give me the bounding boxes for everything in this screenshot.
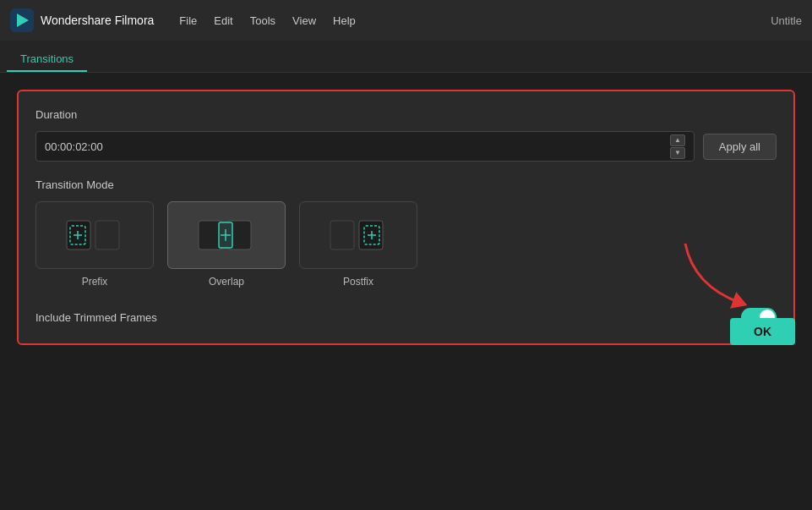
- include-trimmed-label: Include Trimmed Frames: [35, 311, 157, 324]
- mode-prefix[interactable]: Prefix: [35, 201, 154, 288]
- apply-all-button[interactable]: Apply all: [703, 134, 777, 160]
- overlap-icon-box[interactable]: [167, 201, 286, 269]
- app-name: Wondershare Filmora: [41, 14, 154, 27]
- svg-rect-3: [95, 221, 119, 250]
- logo-area: Wondershare Filmora: [10, 8, 154, 32]
- spin-buttons: ▲ ▼: [670, 134, 685, 159]
- menu-file[interactable]: File: [179, 14, 197, 27]
- menu-items: File Edit Tools View Help: [179, 14, 355, 27]
- postfix-icon-box[interactable]: [299, 201, 417, 269]
- main-content: Duration 00:00:02:00 ▲ ▼ Apply all Trans…: [0, 73, 812, 362]
- ok-button[interactable]: OK: [730, 318, 795, 345]
- bottom-area: OK: [730, 318, 795, 345]
- arrow-indicator: [668, 235, 770, 320]
- tab-transitions[interactable]: Transitions: [7, 47, 87, 72]
- duration-input-wrap[interactable]: 00:00:02:00 ▲ ▼: [35, 131, 695, 162]
- mode-postfix[interactable]: Postfix: [299, 201, 417, 288]
- svg-rect-12: [330, 221, 354, 250]
- spin-down-button[interactable]: ▼: [670, 147, 685, 159]
- app-logo-icon: [10, 8, 34, 32]
- include-frames-row: Include Trimmed Frames: [35, 308, 777, 326]
- prefix-icon-box[interactable]: [35, 201, 154, 269]
- postfix-label: Postfix: [343, 276, 373, 288]
- transition-mode-label: Transition Mode: [35, 178, 777, 191]
- menu-edit[interactable]: Edit: [214, 14, 232, 27]
- overlap-label: Overlap: [209, 276, 244, 288]
- duration-row: 00:00:02:00 ▲ ▼ Apply all: [35, 131, 777, 162]
- prefix-icon: [65, 214, 124, 256]
- menu-bar: Wondershare Filmora File Edit Tools View…: [0, 0, 812, 41]
- duration-value: 00:00:02:00: [45, 140, 670, 153]
- overlap-icon: [197, 214, 256, 256]
- menu-help[interactable]: Help: [333, 14, 356, 27]
- duration-label: Duration: [35, 108, 777, 121]
- window-title: Untitle: [771, 14, 802, 27]
- prefix-label: Prefix: [82, 276, 108, 288]
- mode-overlap[interactable]: Overlap: [167, 201, 286, 288]
- tab-bar: Transitions: [0, 41, 812, 73]
- menu-view[interactable]: View: [292, 14, 316, 27]
- spin-up-button[interactable]: ▲: [670, 134, 685, 146]
- mode-options: Prefix Overlap: [35, 201, 777, 288]
- menu-tools[interactable]: Tools: [250, 14, 275, 27]
- postfix-icon: [329, 214, 388, 256]
